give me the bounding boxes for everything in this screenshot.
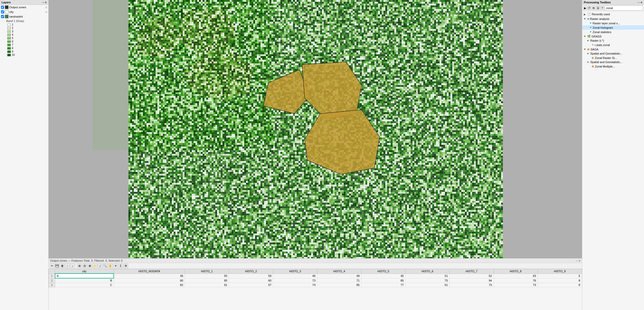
processing-toolbox-header-icons: ─ ✕ bbox=[638, 1, 642, 4]
layer-output-zones-visibility[interactable]: ⊙ bbox=[45, 6, 47, 9]
row-1-h1: 55 bbox=[185, 274, 229, 278]
layer-city-visibility[interactable]: ⊙ bbox=[45, 11, 47, 13]
layer-city-checkbox[interactable] bbox=[1, 10, 4, 13]
attr-select-by-expr-btn[interactable]: 𝑓 bbox=[98, 263, 102, 268]
row-1-num: 1 bbox=[49, 274, 55, 278]
legend-value-10: 10 bbox=[12, 54, 15, 56]
spatial-geo1-label: Spatial and Geostatistic... bbox=[590, 52, 623, 55]
attr-close-icon[interactable]: ✕ bbox=[578, 259, 580, 262]
attr-pan-btn[interactable]: ✋ bbox=[108, 263, 113, 268]
row-1-h7: 52 bbox=[449, 274, 494, 278]
layers-header: Layers ─ ✕ bbox=[0, 0, 48, 5]
layer-city[interactable]: city ⊙ bbox=[0, 10, 48, 14]
map-polygons bbox=[49, 0, 582, 258]
attr-select-all-btn[interactable]: ⊞ bbox=[77, 263, 82, 268]
legend-value-4: 4 bbox=[12, 33, 13, 36]
table-row: 3 C 82 61 57 74 85 77 61 73 73 8 bbox=[49, 283, 582, 287]
tree-r-stats-zonal[interactable]: ✦ r.stats.zonal bbox=[582, 43, 644, 47]
layer-randrastint-checkbox[interactable] bbox=[1, 15, 4, 18]
tree-spatial-geo1[interactable]: ▼ Spatial and Geostatistic... bbox=[582, 51, 644, 56]
toolbox-options-btn[interactable]: ☰ bbox=[596, 6, 600, 10]
legend-value-1: 1 bbox=[12, 23, 13, 26]
toolbox-run-btn[interactable]: ▶ bbox=[583, 6, 587, 10]
toolbox-minimize-icon[interactable]: ─ bbox=[638, 1, 640, 4]
expand-recently-used-icon: ▶ bbox=[583, 13, 586, 16]
attr-filter-btn[interactable]: ⚡ bbox=[93, 263, 97, 268]
col-histo-6[interactable]: HISTO_6 bbox=[405, 269, 450, 274]
tree-grass[interactable]: ▼ 🌿 GRASS bbox=[582, 34, 644, 39]
map-area[interactable] bbox=[49, 0, 582, 258]
tree-raster-r[interactable]: ▼ Raster (r.*) bbox=[582, 39, 644, 43]
layers-panel: Layers ─ ✕ Output zones ⊙ city ⊙ randras… bbox=[0, 0, 49, 310]
row-3-h9: 8 bbox=[538, 283, 582, 287]
toolbox-history-btn[interactable]: ⏱ bbox=[588, 6, 592, 10]
tree-zonal-multiple[interactable]: ◉ Zonal Multiple... bbox=[582, 64, 644, 69]
layer-output-zones-checkbox[interactable] bbox=[1, 6, 4, 9]
tree-saga[interactable]: ▼ ◉ SAGA bbox=[582, 47, 644, 51]
processing-toolbox-header: Processing Toolbox ─ ✕ bbox=[582, 0, 644, 5]
layer-randrastint[interactable]: randrastint bbox=[0, 14, 48, 19]
attr-organize-btn[interactable]: ⚙ bbox=[124, 263, 128, 268]
row-1-h9: 5 bbox=[538, 274, 582, 278]
legend-color-9 bbox=[7, 50, 11, 53]
col-histo-8[interactable]: HISTO_8 bbox=[494, 269, 538, 274]
toolbox-help-btn[interactable]: ? bbox=[600, 6, 604, 10]
attr-save-btn[interactable]: 💾 bbox=[55, 263, 59, 268]
attr-stats-btn[interactable]: Σ bbox=[118, 263, 123, 268]
col-histo-7[interactable]: HISTO_7 bbox=[449, 269, 494, 274]
attr-delete-btn[interactable]: 🗑 bbox=[60, 263, 65, 268]
col-histo-4[interactable]: HISTO_4 bbox=[317, 269, 361, 274]
zonal-multiple-label: Zonal Multiple... bbox=[595, 65, 615, 68]
raster-layer-zonal-label: Raster layer zonal s... bbox=[593, 22, 620, 25]
toolbox-settings-btn[interactable]: ⚙ bbox=[592, 6, 596, 10]
tree-recently-used[interactable]: ▶ 🕐 Recently used bbox=[582, 12, 644, 17]
layer-city-icon bbox=[5, 10, 9, 14]
tree-zonal-statistics[interactable]: ✦ Zonal statistics bbox=[582, 30, 644, 34]
attr-zoom-btn[interactable]: 🔍 bbox=[103, 263, 108, 268]
row-2-h3: 73 bbox=[273, 278, 317, 283]
tree-raster-analysis[interactable]: ▼ ◈ Raster analysis bbox=[582, 17, 644, 21]
legend-value-8: 8 bbox=[12, 47, 13, 50]
col-histo-2[interactable]: HISTO_2 bbox=[229, 269, 273, 274]
tree-spatial-geo2[interactable]: ▼ Spatial and Geostatistic... bbox=[582, 60, 644, 64]
col-histo-1[interactable]: HISTO_1 bbox=[185, 269, 229, 274]
legend-value-6: 6 bbox=[12, 40, 13, 43]
layers-close-icon[interactable]: ✕ bbox=[45, 1, 47, 4]
legend-6: 6 bbox=[0, 40, 48, 43]
attr-deselect-btn[interactable]: ⊟ bbox=[82, 263, 87, 268]
toolbox-toolbar: ▶ ⏱ ⚙ ☰ ? bbox=[582, 5, 644, 11]
recently-used-label: Recently used bbox=[592, 13, 610, 16]
layer-output-zones[interactable]: Output zones ⊙ bbox=[0, 5, 48, 10]
attr-minimize-icon[interactable]: ─ bbox=[576, 259, 578, 262]
toolbox-search-input[interactable] bbox=[605, 5, 643, 11]
col-histo-nodata[interactable]: HISTO_NODATA bbox=[114, 269, 185, 274]
tree-zonal-histogram[interactable]: ✦ Zonal histogram bbox=[582, 25, 644, 30]
raster-r-label: Raster (r.*) bbox=[590, 39, 604, 42]
attr-remove-filter-btn[interactable]: ✕ bbox=[113, 263, 118, 268]
col-city[interactable]: city bbox=[55, 269, 114, 274]
layer-city-label: city bbox=[9, 10, 14, 13]
expand-grass-icon: ▼ bbox=[583, 35, 586, 38]
legend-color-8 bbox=[7, 47, 11, 50]
table-row: 1 A 46 55 59 46 49 45 51 52 63 5 bbox=[49, 274, 582, 278]
attr-edit-btn[interactable]: ✏ bbox=[50, 263, 54, 268]
toolbox-close-icon[interactable]: ✕ bbox=[640, 1, 642, 4]
processing-toolbox-title: Processing Toolbox bbox=[584, 1, 611, 4]
row-2-nodata: 80 bbox=[114, 278, 185, 283]
legend-color-1 bbox=[7, 24, 11, 26]
attr-move-up-btn[interactable]: ↑ bbox=[65, 263, 70, 268]
expand-saga-icon: ▼ bbox=[583, 48, 586, 51]
attribute-table-scroll[interactable]: city HISTO_NODATA HISTO_1 HISTO_2 HISTO_… bbox=[49, 269, 582, 310]
col-histo-3[interactable]: HISTO_3 bbox=[273, 269, 317, 274]
attr-invert-btn[interactable]: ⊠ bbox=[87, 263, 92, 268]
row-1-city[interactable]: A bbox=[55, 274, 114, 278]
col-histo-5[interactable]: HISTO_5 bbox=[361, 269, 405, 274]
col-histo-9[interactable]: HISTO_9 bbox=[538, 269, 582, 274]
row-1-h2: 59 bbox=[229, 274, 273, 278]
layers-minimize-icon[interactable]: ─ bbox=[42, 1, 44, 4]
legend-color-5 bbox=[7, 37, 11, 40]
legend-1: 1 bbox=[0, 23, 48, 26]
tree-zonal-raster-st[interactable]: ◉ Zonal Raster St... bbox=[582, 56, 644, 60]
tree-raster-layer-zonal[interactable]: ✦ Raster layer zonal s... bbox=[582, 21, 644, 25]
attr-move-down-btn[interactable]: ↓ bbox=[70, 263, 75, 268]
